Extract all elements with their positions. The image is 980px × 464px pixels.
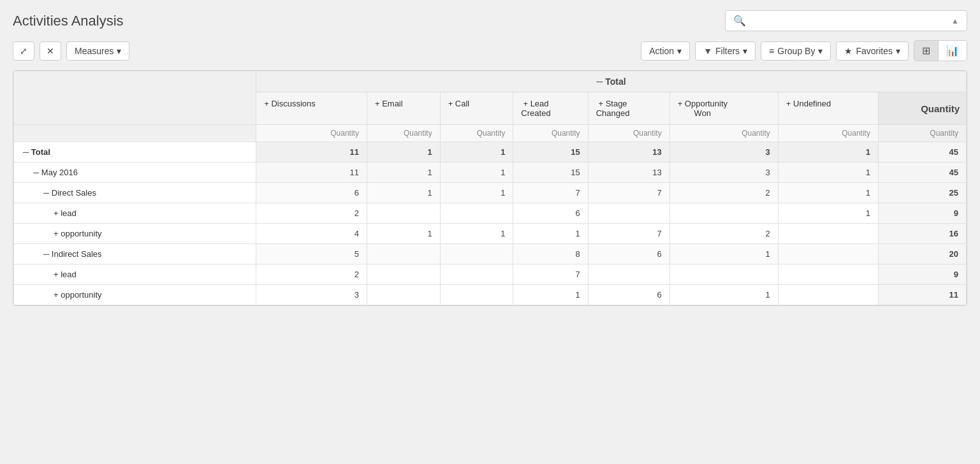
sub-discussions: Quantity — [256, 125, 367, 142]
cell-opportunity_won: 2 — [669, 183, 778, 203]
groupby-button[interactable]: ≡ Group By ▾ — [761, 41, 831, 61]
cell-opportunity_won: 2 — [669, 224, 778, 244]
col-discussions-header[interactable]: + Discussions — [256, 92, 367, 125]
cell-quantity: 16 — [878, 224, 966, 244]
chart-view-button[interactable]: 📊 — [939, 41, 967, 61]
table-row: + opportunity316111 — [14, 285, 967, 305]
sub-header-row: Quantity Quantity Quantity Quantity Quan… — [14, 125, 967, 142]
cell-quantity: 9 — [878, 203, 966, 224]
action-arrow-icon: ▾ — [677, 46, 682, 56]
row-label-cell[interactable]: + opportunity — [14, 285, 256, 305]
cell-stage_changed: 6 — [588, 285, 669, 305]
sub-call: Quantity — [440, 125, 513, 142]
cell-email: 1 — [367, 142, 440, 163]
row-label-cell[interactable]: + lead — [14, 203, 256, 224]
cell-stage_changed — [588, 265, 669, 285]
cell-email — [367, 265, 440, 285]
favorites-button[interactable]: ★ Favorites ▾ — [836, 41, 909, 61]
cell-discussions: 2 — [256, 203, 367, 224]
col-call-header[interactable]: + Call — [440, 92, 513, 125]
cell-discussions: 3 — [256, 285, 367, 305]
groupby-label: Group By — [777, 46, 815, 56]
table-row: + lead279 — [14, 265, 967, 285]
table-row: ─ Direct Sales611772125 — [14, 183, 967, 203]
action-label: Action — [649, 46, 674, 56]
cell-call: 1 — [440, 183, 513, 203]
search-input[interactable] — [751, 16, 946, 26]
cell-stage_changed — [588, 203, 669, 224]
col-opportunity-won-title: + OpportunityWon — [678, 99, 728, 118]
col-email-header[interactable]: + Email — [367, 92, 440, 125]
cell-opportunity_won — [669, 265, 778, 285]
expand-button[interactable]: ⤢ — [13, 41, 34, 61]
header-total-row: ─ Total — [14, 71, 967, 92]
app-container: Activities Analysis 🔍 ▲ ⤢ ✕ Measures ▾ A… — [0, 0, 980, 464]
measures-arrow-icon: ▾ — [117, 46, 121, 56]
cell-stage_changed: 13 — [588, 142, 669, 163]
cell-call: 1 — [440, 163, 513, 183]
row-label-cell[interactable]: ─ Total — [14, 142, 256, 163]
cell-quantity: 20 — [878, 244, 966, 265]
row-label-cell[interactable]: + opportunity — [14, 224, 256, 244]
table-container: ─ Total + Discussions + Email + Call — [13, 70, 967, 306]
col-discussions-title: + Discussions — [264, 99, 316, 108]
view-toggle: ⊞ 📊 — [914, 40, 967, 61]
pivot-table: ─ Total + Discussions + Email + Call — [13, 71, 967, 305]
sub-undefined: Quantity — [778, 125, 878, 142]
header-total-label: ─ Total — [256, 71, 967, 92]
measures-button[interactable]: Measures ▾ — [66, 41, 129, 61]
row-label-cell[interactable]: ─ May 2016 — [14, 163, 256, 183]
search-collapse-icon[interactable]: ▲ — [951, 17, 959, 25]
filters-button[interactable]: ▼ Filters ▾ — [695, 41, 756, 61]
cell-discussions: 11 — [256, 142, 367, 163]
col-opportunity-won-header[interactable]: + OpportunityWon — [669, 92, 778, 125]
row-label-cell[interactable]: ─ Direct Sales — [14, 183, 256, 203]
cell-lead_created: 8 — [513, 244, 588, 265]
search-box[interactable]: 🔍 ▲ — [725, 10, 967, 31]
row-label-cell[interactable]: ─ Indirect Sales — [14, 244, 256, 265]
cell-email — [367, 244, 440, 265]
cell-lead_created: 7 — [513, 265, 588, 285]
cell-undefined — [778, 224, 878, 244]
row-label-cell[interactable]: + lead — [14, 265, 256, 285]
cell-email — [367, 285, 440, 305]
cell-call: 1 — [440, 224, 513, 244]
cell-call — [440, 203, 513, 224]
cell-email: 1 — [367, 183, 440, 203]
sub-opportunity-won: Quantity — [669, 125, 778, 142]
action-button[interactable]: Action ▾ — [641, 41, 690, 61]
filters-arrow-icon: ▾ — [743, 46, 747, 56]
favorites-arrow-icon: ▾ — [896, 46, 900, 56]
sub-lead-created: Quantity — [513, 125, 588, 142]
grid-view-button[interactable]: ⊞ — [914, 41, 939, 61]
cell-undefined: 1 — [778, 203, 878, 224]
search-icon: 🔍 — [733, 15, 746, 27]
cell-undefined — [778, 265, 878, 285]
cell-discussions: 5 — [256, 244, 367, 265]
cell-opportunity_won — [669, 203, 778, 224]
cell-opportunity_won: 1 — [669, 285, 778, 305]
favorites-icon: ★ — [844, 46, 852, 56]
col-email-title: + Email — [375, 99, 403, 108]
sub-quantity: Quantity — [878, 125, 966, 142]
col-lead-created-title: + LeadCreated — [521, 99, 550, 118]
col-lead-created-header[interactable]: + LeadCreated — [513, 92, 588, 125]
col-stage-changed-header[interactable]: + StageChanged — [588, 92, 669, 125]
cell-undefined: 1 — [778, 142, 878, 163]
sub-header-empty — [14, 125, 256, 142]
col-undefined-header[interactable]: + Undefined — [778, 92, 878, 125]
cell-quantity: 45 — [878, 142, 966, 163]
cell-stage_changed: 7 — [588, 224, 669, 244]
filter-group: ▼ Filters ▾ ≡ Group By ▾ ★ Favorites ▾ — [695, 41, 909, 61]
groupby-arrow-icon: ▾ — [818, 46, 823, 56]
cell-opportunity_won: 1 — [669, 244, 778, 265]
cell-email — [367, 203, 440, 224]
toolbar: ⤢ ✕ Measures ▾ Action ▾ ▼ Filters ▾ ≡ Gr… — [13, 40, 967, 61]
cell-call — [440, 265, 513, 285]
cell-call — [440, 285, 513, 305]
cell-email: 1 — [367, 224, 440, 244]
groupby-icon: ≡ — [769, 46, 774, 56]
collapse-button[interactable]: ✕ — [40, 41, 61, 61]
cell-opportunity_won: 3 — [669, 142, 778, 163]
table-row: ─ Total111115133145 — [14, 142, 967, 163]
